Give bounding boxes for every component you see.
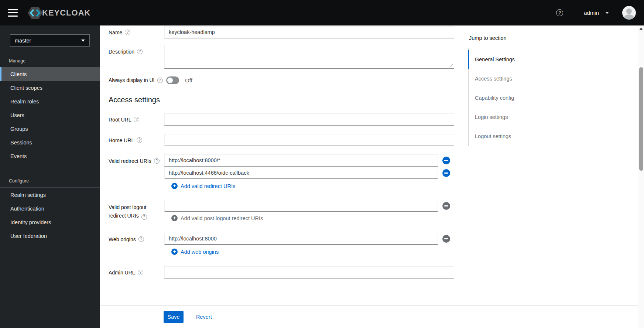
name-row: Name ? — [109, 26, 454, 38]
home-url-row: Home URL ? — [109, 134, 454, 146]
always-display-label: Always display in UI — [109, 76, 155, 84]
help-icon[interactable]: ? — [125, 30, 130, 35]
revert-button[interactable]: Revert — [196, 314, 212, 320]
jump-item-login-settings[interactable]: Login settings — [468, 107, 586, 127]
always-display-toggle[interactable] — [166, 76, 179, 84]
remove-post-logout-uri-button — [442, 202, 450, 210]
jump-panel-title: Jump to section — [469, 35, 586, 41]
root-url-input[interactable] — [164, 113, 454, 126]
user-name: admin — [584, 10, 599, 16]
brand-text: KEYCLOAK — [42, 8, 90, 18]
jump-item-logout-settings[interactable]: Logout settings — [468, 127, 586, 146]
chevron-down-icon — [605, 12, 609, 14]
form-action-bar: Save Revert — [100, 305, 638, 328]
description-textarea[interactable] — [164, 45, 454, 69]
sidebar-item-realm-settings[interactable]: Realm settings — [0, 188, 100, 202]
help-icon[interactable]: ? — [154, 158, 160, 164]
remove-web-origin-button — [442, 235, 450, 243]
web-origin-input[interactable] — [164, 233, 438, 245]
redirect-uris-label: Valid redirect URIs — [109, 157, 151, 165]
jump-item-general-settings[interactable]: General Settings — [468, 50, 586, 69]
plus-icon: + — [171, 183, 178, 189]
web-origins-row: Web origins ? + Add web origins — [109, 233, 454, 255]
help-icon[interactable]: ? — [137, 49, 143, 54]
sidebar-item-authentication[interactable]: Authentication — [0, 202, 100, 215]
nav-section-manage: Manage Clients Client scopes Realm roles… — [0, 58, 100, 163]
help-icon[interactable]: ? — [157, 78, 163, 83]
sidebar-item-client-scopes[interactable]: Client scopes — [0, 81, 100, 95]
add-post-logout-uri-button: + Add valid post logout redirect URIs — [171, 215, 263, 221]
redirect-uri-input[interactable] — [164, 167, 438, 179]
toggle-state-label: Off — [185, 76, 192, 84]
chevron-down-icon — [81, 40, 85, 42]
name-input[interactable] — [164, 26, 454, 38]
jump-item-access-settings[interactable]: Access settings — [468, 69, 586, 88]
access-settings-heading: Access settings — [109, 95, 454, 105]
admin-url-row: Admin URL ? — [109, 266, 454, 279]
web-origins-label: Web origins — [109, 235, 136, 243]
post-logout-uris-row: Valid post logout redirect URIs? + Add v… — [109, 200, 454, 221]
root-url-row: Root URL ? — [109, 113, 454, 126]
sidebar-item-clients[interactable]: Clients — [0, 67, 100, 81]
sidebar: master Manage Clients Client scopes Real… — [0, 25, 100, 328]
redirect-uris-row: Valid redirect URIs ? + Add valid redire… — [109, 154, 454, 189]
realm-selector[interactable]: master — [10, 34, 90, 47]
post-logout-uri-input[interactable] — [164, 200, 438, 212]
add-redirect-uri-button[interactable]: + Add valid redirect URIs — [171, 183, 235, 189]
jump-to-section-panel: Jump to section General Settings Access … — [468, 25, 586, 146]
keycloak-logo[interactable]: KEYCLOAK — [27, 6, 90, 20]
help-icon[interactable]: ? — [137, 137, 142, 143]
sidebar-item-groups[interactable]: Groups — [0, 122, 100, 136]
help-icon[interactable]: ? — [141, 214, 147, 220]
scrollbar-thumb[interactable] — [639, 67, 643, 171]
sidebar-item-realm-roles[interactable]: Realm roles — [0, 95, 100, 108]
help-icon[interactable]: ? — [138, 270, 143, 275]
help-icon[interactable]: ? — [556, 9, 563, 16]
sidebar-item-user-federation[interactable]: User federation — [0, 229, 100, 243]
sidebar-item-events[interactable]: Events — [0, 149, 100, 163]
add-web-origin-button[interactable]: + Add web origins — [171, 249, 219, 255]
user-menu-dropdown[interactable]: admin — [584, 10, 609, 16]
home-url-input[interactable] — [164, 134, 454, 146]
always-display-row: Always display in UI ? Off — [109, 76, 454, 84]
vertical-scrollbar[interactable] — [638, 25, 644, 328]
description-label: Description — [109, 48, 134, 56]
home-url-label: Home URL — [109, 136, 134, 144]
help-icon[interactable]: ? — [134, 117, 139, 122]
scroll-up-arrow-icon[interactable] — [639, 27, 643, 30]
root-url-label: Root URL — [109, 116, 131, 124]
plus-icon: + — [171, 249, 178, 255]
remove-redirect-uri-button[interactable] — [442, 157, 450, 164]
nav-section-configure: Configure Realm settings Authentication … — [0, 178, 100, 243]
nav-section-title: Configure — [0, 178, 100, 187]
nav-divider — [0, 187, 100, 188]
save-button[interactable]: Save — [164, 311, 184, 323]
masthead: KEYCLOAK ? admin — [0, 0, 644, 25]
name-label: Name — [109, 28, 122, 37]
post-logout-uris-label: Valid post logout redirect URIs — [109, 204, 146, 219]
nav-toggle-button[interactable] — [8, 9, 18, 17]
remove-redirect-uri-button[interactable] — [442, 169, 450, 177]
admin-url-label: Admin URL — [109, 269, 135, 277]
plus-icon: + — [171, 215, 178, 221]
sidebar-item-users[interactable]: Users — [0, 108, 100, 122]
avatar — [622, 6, 636, 20]
sidebar-item-sessions[interactable]: Sessions — [0, 136, 100, 149]
jump-item-capability-config[interactable]: Capability config — [468, 88, 586, 107]
keycloak-logo-icon — [27, 6, 43, 20]
redirect-uri-input[interactable] — [164, 154, 438, 167]
realm-selector-value: master — [15, 38, 31, 44]
help-icon[interactable]: ? — [138, 236, 144, 242]
admin-url-input[interactable] — [164, 266, 454, 279]
sidebar-item-identity-providers[interactable]: Identity providers — [0, 215, 100, 229]
client-settings-form: Name ? Description ? Always display in U… — [100, 25, 638, 328]
nav-section-title: Manage — [0, 58, 100, 67]
jump-list: General Settings Access settings Capabil… — [468, 48, 586, 146]
description-row: Description ? — [109, 45, 454, 69]
